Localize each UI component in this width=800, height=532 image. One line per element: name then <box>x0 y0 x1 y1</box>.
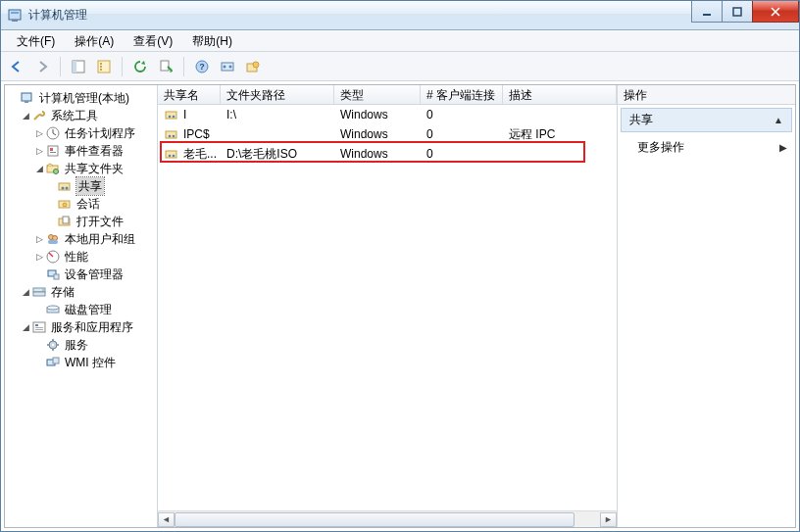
tree-system-tools[interactable]: ◢ 系统工具 <box>9 107 157 124</box>
new-session-button[interactable] <box>241 55 265 78</box>
collapse-icon[interactable]: ◢ <box>21 283 30 301</box>
column-header-clients[interactable]: # 客户端连接 <box>421 85 503 104</box>
collapse-icon[interactable]: ◢ <box>21 107 30 124</box>
properties-button[interactable] <box>92 55 116 78</box>
svg-rect-23 <box>50 148 53 151</box>
close-button[interactable] <box>752 1 799 23</box>
tree-root[interactable]: 计算机管理(本地) <box>9 89 157 107</box>
table-row[interactable]: I I:\ Windows 0 <box>158 105 617 124</box>
menu-view[interactable]: 查看(V) <box>124 31 182 52</box>
scrollbar-track[interactable] <box>175 512 600 527</box>
svg-rect-57 <box>166 112 176 119</box>
svg-rect-27 <box>59 183 70 190</box>
column-header-type[interactable]: 类型 <box>334 85 421 104</box>
table-row[interactable]: IPC$ Windows 0 远程 IPC <box>158 124 617 144</box>
back-button[interactable] <box>5 55 28 78</box>
toolbar-separator <box>183 57 184 76</box>
tree-label: 打开文件 <box>76 213 124 230</box>
tree-local-users[interactable]: ▷ 本地用户和组 <box>9 230 157 248</box>
tree-label: 任务计划程序 <box>65 124 135 142</box>
show-hide-tree-button[interactable] <box>67 55 90 78</box>
scrollbar-thumb[interactable] <box>175 512 575 527</box>
tree-services[interactable]: 服务 <box>9 336 157 354</box>
new-share-button[interactable] <box>216 55 239 78</box>
tree-sessions[interactable]: 会话 <box>9 195 157 213</box>
tree-performance[interactable]: ▷ 性能 <box>9 248 157 266</box>
actions-more[interactable]: 更多操作 ▶ <box>618 135 795 160</box>
tree-shares[interactable]: 共享 <box>9 177 157 195</box>
maximize-button[interactable] <box>722 1 753 23</box>
cell-clients: 0 <box>421 147 503 161</box>
cell-desc: 远程 IPC <box>503 126 617 143</box>
event-viewer-icon <box>45 143 61 159</box>
svg-rect-48 <box>35 329 43 330</box>
list-body[interactable]: I I:\ Windows 0 IPC$ Windows <box>158 105 617 510</box>
tree-label: 服务和应用程序 <box>51 318 133 336</box>
svg-rect-39 <box>54 274 59 279</box>
tree-label: 设备管理器 <box>65 266 124 283</box>
open-files-icon <box>57 214 73 229</box>
svg-rect-46 <box>35 324 38 326</box>
collapse-icon[interactable]: ◢ <box>34 160 44 177</box>
horizontal-scrollbar[interactable]: ◄ ► <box>158 510 617 527</box>
tree-label: 系统工具 <box>51 107 98 124</box>
table-row[interactable]: 老毛... D:\老毛桃ISO Windows 0 <box>158 144 617 164</box>
tree-services-apps[interactable]: ◢ 服务和应用程序 <box>9 318 157 336</box>
tree-wmi-control[interactable]: WMI 控件 <box>9 354 157 371</box>
cell-type: Windows <box>334 108 421 121</box>
svg-rect-7 <box>98 61 110 73</box>
wmi-icon <box>45 355 61 370</box>
collapse-icon[interactable]: ◢ <box>21 318 30 336</box>
column-header-path[interactable]: 文件夹路径 <box>221 85 334 104</box>
menu-help[interactable]: 帮助(H) <box>182 31 242 52</box>
scroll-right-button[interactable]: ► <box>600 512 617 527</box>
column-header-desc[interactable]: 描述 <box>503 85 617 104</box>
tree-open-files[interactable]: 打开文件 <box>9 213 157 230</box>
svg-rect-3 <box>703 14 711 16</box>
svg-rect-2 <box>12 20 18 22</box>
tree-label: 共享文件夹 <box>65 160 124 177</box>
scroll-left-button[interactable]: ◄ <box>158 512 175 527</box>
tree-label: 本地用户和组 <box>65 230 135 248</box>
window-title: 计算机管理 <box>28 7 87 24</box>
expand-icon[interactable]: ▷ <box>34 124 44 142</box>
svg-rect-1 <box>11 12 19 14</box>
svg-point-58 <box>169 116 172 119</box>
tree-storage[interactable]: ◢ 存储 <box>9 283 157 301</box>
minimize-button[interactable] <box>691 1 723 23</box>
svg-rect-19 <box>22 93 31 101</box>
actions-pane: 操作 共享 ▲ 更多操作 ▶ <box>618 85 795 527</box>
tree-disk-management[interactable]: 磁盘管理 <box>9 301 157 318</box>
tree-pane[interactable]: 计算机管理(本地) ◢ 系统工具 ▷ 任务计划程序 ▷ <box>5 85 158 527</box>
computer-icon <box>20 90 35 106</box>
tree-shared-folders[interactable]: ◢ 共享文件夹 <box>9 160 157 177</box>
svg-point-64 <box>169 155 172 158</box>
expand-icon[interactable]: ▷ <box>34 142 44 160</box>
svg-point-18 <box>253 62 259 68</box>
tree-label: 存储 <box>51 283 75 301</box>
menu-file[interactable]: 文件(F) <box>7 31 65 52</box>
tree-event-viewer[interactable]: ▷ 事件查看器 <box>9 142 157 160</box>
svg-point-42 <box>42 289 44 291</box>
expand-icon[interactable]: ▷ <box>34 230 44 248</box>
actions-section[interactable]: 共享 ▲ <box>621 108 792 132</box>
column-header-name[interactable]: 共享名 <box>158 85 221 104</box>
export-list-button[interactable] <box>154 55 177 78</box>
menu-action[interactable]: 操作(A) <box>65 31 124 52</box>
tree-task-scheduler[interactable]: ▷ 任务计划程序 <box>9 124 157 142</box>
expand-icon[interactable]: ▷ <box>34 248 44 266</box>
svg-rect-63 <box>166 151 176 158</box>
svg-rect-10 <box>100 69 102 71</box>
window-frame: 计算机管理 文件(F) 操作(A) 查看(V) 帮助(H) <box>0 0 800 532</box>
refresh-button[interactable] <box>128 55 152 78</box>
tree-device-manager[interactable]: 设备管理器 <box>9 266 157 283</box>
help-button[interactable]: ? <box>190 55 214 78</box>
tree-label: 事件查看器 <box>65 142 124 160</box>
performance-icon <box>45 249 61 265</box>
list-pane: 共享名 文件夹路径 类型 # 客户端连接 描述 I I:\ Windows 0 <box>158 85 618 527</box>
forward-button[interactable] <box>30 55 54 78</box>
clock-icon <box>45 125 61 141</box>
actions-section-label: 共享 <box>629 112 653 128</box>
cell-path: D:\老毛桃ISO <box>221 146 334 163</box>
svg-rect-8 <box>100 63 102 65</box>
